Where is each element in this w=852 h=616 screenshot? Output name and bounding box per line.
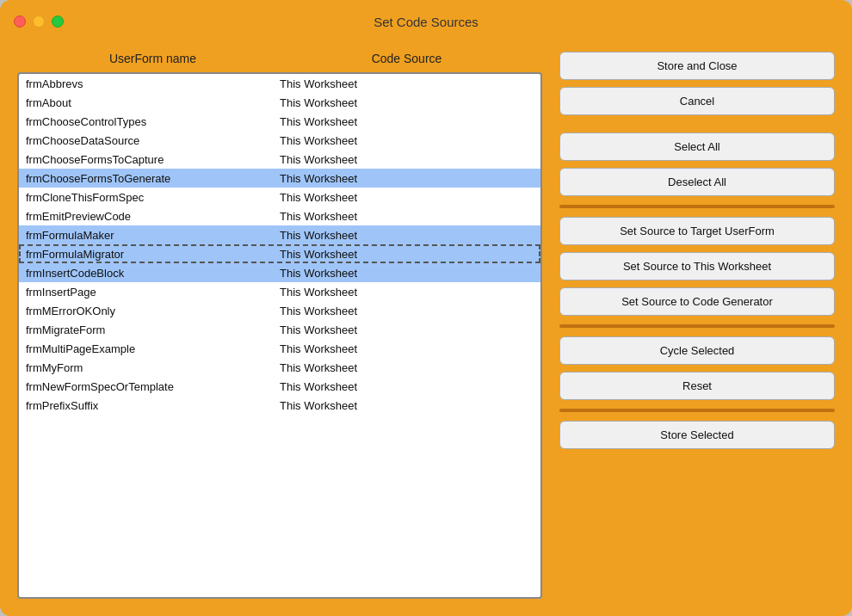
item-source: This Worksheet xyxy=(280,115,534,128)
left-panel: UserForm name Code Source frmAbbrevsThis… xyxy=(17,52,542,599)
item-source: This Worksheet xyxy=(280,191,534,204)
item-source: This Worksheet xyxy=(280,361,534,374)
item-name: frmMErrorOKOnly xyxy=(26,305,280,317)
list-item[interactable]: frmChooseFormsToCaptureThis Worksheet xyxy=(19,150,540,169)
store-and-close-button[interactable]: Store and Close xyxy=(559,52,835,80)
right-panel: Store and Close Cancel Select All Desele… xyxy=(559,52,835,599)
list-item[interactable]: frmPrefixSuffixThis Worksheet xyxy=(19,396,540,415)
item-name: frmChooseControlTypes xyxy=(26,115,280,128)
item-name: frmChooseDataSource xyxy=(26,134,280,147)
list-item[interactable]: frmMyFormThis Worksheet xyxy=(19,358,540,377)
list-item[interactable]: frmFormulaMakerThis Worksheet xyxy=(19,225,540,244)
item-name: frmFormulaMigrator xyxy=(26,248,280,261)
item-name: frmFormulaMaker xyxy=(26,229,280,242)
column-headers: UserForm name Code Source xyxy=(17,52,542,65)
cycle-group: Cycle Selected Reset xyxy=(559,336,835,400)
content-area: UserForm name Code Source frmAbbrevsThis… xyxy=(0,43,852,616)
store-selected-button[interactable]: Store Selected xyxy=(559,421,835,449)
close-button[interactable] xyxy=(14,15,26,28)
list-item[interactable]: frmMultiPageExampleThis Worksheet xyxy=(19,339,540,358)
set-source-code-generator-button[interactable]: Set Source to Code Generator xyxy=(559,287,835,316)
list-item[interactable]: frmInsertPageThis Worksheet xyxy=(19,282,540,301)
select-all-button[interactable]: Select All xyxy=(559,132,835,161)
item-name: frmCloneThisFormSpec xyxy=(26,191,280,204)
column-header-source: Code Source xyxy=(280,52,534,65)
list-item[interactable]: frmCloneThisFormSpecThis Worksheet xyxy=(19,188,540,206)
item-name: frmPrefixSuffix xyxy=(26,399,280,412)
list-item[interactable]: frmFormulaMigratorThis Worksheet xyxy=(19,244,540,263)
item-source: This Worksheet xyxy=(280,229,534,242)
list-item[interactable]: frmAboutThis Worksheet xyxy=(19,93,540,112)
item-name: frmEmitPreviewCode xyxy=(26,210,280,223)
title-bar: Set Code Sources xyxy=(0,0,852,43)
item-source: This Worksheet xyxy=(280,172,534,185)
item-source: This Worksheet xyxy=(280,96,534,109)
list-container[interactable]: frmAbbrevsThis WorksheetfrmAboutThis Wor… xyxy=(17,72,542,599)
item-source: This Worksheet xyxy=(280,323,534,336)
item-name: frmAbbrevs xyxy=(26,77,280,90)
item-source: This Worksheet xyxy=(280,248,534,261)
cancel-button[interactable]: Cancel xyxy=(559,87,835,115)
set-source-target-button[interactable]: Set Source to Target UserForm xyxy=(559,217,835,245)
window: Set Code Sources UserForm name Code Sour… xyxy=(0,0,852,616)
item-source: This Worksheet xyxy=(280,305,534,317)
column-header-name: UserForm name xyxy=(26,52,280,65)
item-source: This Worksheet xyxy=(280,77,534,90)
list-item[interactable]: frmAbbrevsThis Worksheet xyxy=(19,74,540,93)
item-source: This Worksheet xyxy=(280,267,534,280)
list-item[interactable]: frmChooseDataSourceThis Worksheet xyxy=(19,131,540,150)
item-name: frmInsertCodeBlock xyxy=(26,267,280,280)
deselect-all-button[interactable]: Deselect All xyxy=(559,168,835,196)
reset-button[interactable]: Reset xyxy=(559,372,835,400)
cycle-selected-button[interactable]: Cycle Selected xyxy=(559,336,835,365)
divider-2 xyxy=(559,324,835,328)
window-title: Set Code Sources xyxy=(374,15,478,29)
set-source-worksheet-button[interactable]: Set Source to This Worksheet xyxy=(559,252,835,280)
item-name: frmChooseFormsToCapture xyxy=(26,153,280,166)
select-group: Select All Deselect All xyxy=(559,132,835,196)
top-buttons: Store and Close Cancel xyxy=(559,52,835,115)
item-name: frmMigrateForm xyxy=(26,323,280,336)
item-name: frmMyForm xyxy=(26,361,280,374)
list-item[interactable]: frmMigrateFormThis Worksheet xyxy=(19,320,540,339)
divider-3 xyxy=(559,409,835,412)
store-group: Store Selected xyxy=(559,421,835,449)
list-item[interactable]: frmChooseControlTypesThis Worksheet xyxy=(19,112,540,131)
item-source: This Worksheet xyxy=(280,342,534,355)
list-item[interactable]: frmEmitPreviewCodeThis Worksheet xyxy=(19,206,540,225)
item-name: frmNewFormSpecOrTemplate xyxy=(26,380,280,393)
item-source: This Worksheet xyxy=(280,153,534,166)
item-source: This Worksheet xyxy=(280,210,534,223)
item-source: This Worksheet xyxy=(280,134,534,147)
item-source: This Worksheet xyxy=(280,399,534,412)
item-source: This Worksheet xyxy=(280,380,534,393)
list-item[interactable]: frmMErrorOKOnlyThis Worksheet xyxy=(19,301,540,320)
item-name: frmMultiPageExample xyxy=(26,342,280,355)
list-item[interactable]: frmNewFormSpecOrTemplateThis Worksheet xyxy=(19,377,540,396)
minimize-button[interactable] xyxy=(33,15,45,28)
item-name: frmInsertPage xyxy=(26,286,280,299)
item-name: frmChooseFormsToGenerate xyxy=(26,172,280,185)
traffic-lights xyxy=(14,15,64,28)
item-name: frmAbout xyxy=(26,96,280,109)
list-item[interactable]: frmInsertCodeBlockThis Worksheet xyxy=(19,263,540,282)
source-group: Set Source to Target UserForm Set Source… xyxy=(559,217,835,316)
maximize-button[interactable] xyxy=(52,15,64,28)
list-item[interactable]: frmChooseFormsToGenerateThis Worksheet xyxy=(19,169,540,188)
divider-1 xyxy=(559,205,835,208)
item-source: This Worksheet xyxy=(280,286,534,299)
